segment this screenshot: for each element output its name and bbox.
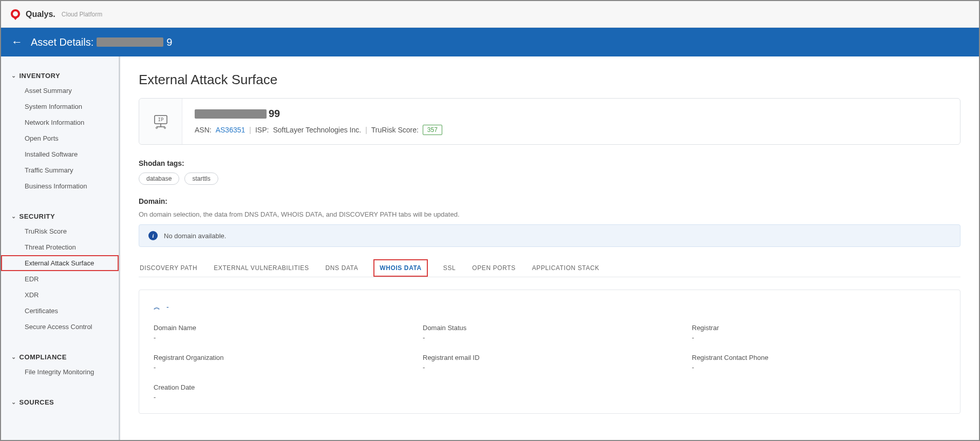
asset-summary-card: IP 99 ASN: AS36351 | ISP: SoftLayer Tech… xyxy=(139,98,960,145)
main-content: External Attack Surface IP 99 ASN: xyxy=(120,56,979,440)
sidebar-section-security: ⌄ SECURITY TruRisk Score Threat Protecti… xyxy=(1,209,119,335)
asset-type-icon-box: IP xyxy=(139,99,182,144)
sidebar-item-network-information[interactable]: Network Information xyxy=(1,114,119,130)
asset-ip-suffix: 99 xyxy=(269,108,280,120)
asset-ip: 99 xyxy=(195,108,948,120)
field-registrar: Registrar - xyxy=(692,324,946,341)
domain-description: On domain selection, the data from DNS D… xyxy=(139,210,960,218)
sidebar-item-open-ports[interactable]: Open Ports xyxy=(1,130,119,146)
sidebar-item-edr[interactable]: EDR xyxy=(1,271,119,287)
sidebar-header-inventory[interactable]: ⌄ INVENTORY xyxy=(1,69,119,83)
page-title: External Attack Surface xyxy=(139,72,960,88)
tab-whois-data[interactable]: WHOIS DATA xyxy=(373,259,428,277)
sidebar-item-trurisk-score[interactable]: TruRisk Score xyxy=(1,223,119,239)
asn-label: ASN: xyxy=(195,126,212,134)
chevron-down-icon: ⌄ xyxy=(11,213,16,220)
tab-external-vulnerabilities[interactable]: EXTERNAL VULNERABILITIES xyxy=(213,259,310,277)
sidebar-header-compliance[interactable]: ⌄ COMPLIANCE xyxy=(1,350,119,364)
field-registrant-email-id: Registrant email ID - xyxy=(423,354,676,371)
tab-discovery-path[interactable]: DISCOVERY PATH xyxy=(139,259,198,277)
sidebar-item-system-information[interactable]: System Information xyxy=(1,99,119,114)
tab-application-stack[interactable]: APPLICATION STACK xyxy=(531,259,600,277)
asset-ip-redacted xyxy=(195,109,267,119)
field-registrant-contact-phone: Registrant Contact Phone - xyxy=(692,354,946,371)
sidebar-item-traffic-summary[interactable]: Traffic Summary xyxy=(1,162,119,178)
brand-logo: Qualys. Cloud Platform xyxy=(9,8,102,21)
shodan-tags-row: database starttls xyxy=(139,172,960,185)
field-domain-name: Domain Name - xyxy=(154,324,407,341)
isp-value: SoftLayer Technologies Inc. xyxy=(273,126,361,134)
asset-summary-body: 99 ASN: AS36351 | ISP: SoftLayer Technol… xyxy=(182,99,960,144)
sidebar: ⌄ INVENTORY Asset Summary System Informa… xyxy=(1,56,120,440)
whois-collapse-header[interactable]: ︽ - xyxy=(154,302,946,312)
double-chevron-up-icon: ︽ xyxy=(154,302,160,312)
field-registrant-organization: Registrant Organization - xyxy=(154,354,407,371)
svg-point-5 xyxy=(164,127,165,128)
shodan-tag: starttls xyxy=(184,172,218,185)
top-header: Qualys. Cloud Platform xyxy=(1,1,979,28)
shodan-tags-label: Shodan tags: xyxy=(139,159,960,167)
asset-title-redacted xyxy=(97,37,163,47)
svg-text:IP: IP xyxy=(158,117,163,122)
back-arrow-icon[interactable]: ← xyxy=(11,35,23,49)
shodan-tag: database xyxy=(139,172,179,185)
whois-collapse-title: - xyxy=(166,303,169,311)
tab-open-ports[interactable]: OPEN PORTS xyxy=(471,259,516,277)
tab-dns-data[interactable]: DNS DATA xyxy=(325,259,360,277)
chevron-down-icon: ⌄ xyxy=(11,354,16,360)
sidebar-item-xdr[interactable]: XDR xyxy=(1,287,119,303)
field-creation-date: Creation Date - xyxy=(154,384,407,401)
sidebar-item-file-integrity-monitoring[interactable]: File Integrity Monitoring xyxy=(1,364,119,380)
sidebar-item-certificates[interactable]: Certificates xyxy=(1,303,119,319)
info-icon: i xyxy=(148,231,158,240)
trurisk-score-badge: 357 xyxy=(423,125,442,135)
isp-label: ISP: xyxy=(255,126,269,134)
trurisk-label: TruRisk Score: xyxy=(371,126,419,134)
asset-meta-row: ASN: AS36351 | ISP: SoftLayer Technologi… xyxy=(195,125,948,135)
brand-name: Qualys. xyxy=(26,10,55,19)
domain-label: Domain: xyxy=(139,197,960,205)
sidebar-item-external-attack-surface[interactable]: External Attack Surface xyxy=(1,255,119,271)
sidebar-section-sources: ⌄ SOURCES xyxy=(1,395,119,409)
chevron-down-icon: ⌄ xyxy=(11,399,16,406)
tab-ssl[interactable]: SSL xyxy=(442,259,457,277)
ip-icon: IP xyxy=(152,112,170,131)
sidebar-header-sources[interactable]: ⌄ SOURCES xyxy=(1,395,119,409)
asset-title-suffix: 9 xyxy=(166,36,172,48)
sidebar-section-compliance: ⌄ COMPLIANCE File Integrity Monitoring xyxy=(1,350,119,380)
sidebar-item-asset-summary[interactable]: Asset Summary xyxy=(1,83,119,99)
asset-title-prefix: Asset Details: xyxy=(31,36,93,48)
no-domain-text: No domain available. xyxy=(164,232,226,240)
whois-card: ︽ - Domain Name - Domain Status - Regist… xyxy=(139,290,960,414)
sidebar-section-inventory: ⌄ INVENTORY Asset Summary System Informa… xyxy=(1,69,119,194)
svg-point-4 xyxy=(156,127,157,128)
asn-link[interactable]: AS36351 xyxy=(216,126,246,134)
sidebar-item-secure-access-control[interactable]: Secure Access Control xyxy=(1,319,119,335)
sidebar-item-business-information[interactable]: Business Information xyxy=(1,178,119,194)
sidebar-item-installed-software[interactable]: Installed Software xyxy=(1,146,119,162)
chevron-down-icon: ⌄ xyxy=(11,72,16,79)
field-domain-status: Domain Status - xyxy=(423,324,676,341)
sidebar-item-threat-protection[interactable]: Threat Protection xyxy=(1,239,119,255)
no-domain-banner: i No domain available. xyxy=(139,224,960,247)
sidebar-header-security[interactable]: ⌄ SECURITY xyxy=(1,209,119,223)
qualys-logo-icon xyxy=(9,8,22,21)
tabs-row: DISCOVERY PATH EXTERNAL VULNERABILITIES … xyxy=(139,259,960,277)
page-header-bar: ← Asset Details: 9 xyxy=(1,28,979,56)
whois-fields-grid: Domain Name - Domain Status - Registrar … xyxy=(154,324,946,401)
brand-subtitle: Cloud Platform xyxy=(62,11,102,18)
asset-title: Asset Details: 9 xyxy=(31,36,172,48)
